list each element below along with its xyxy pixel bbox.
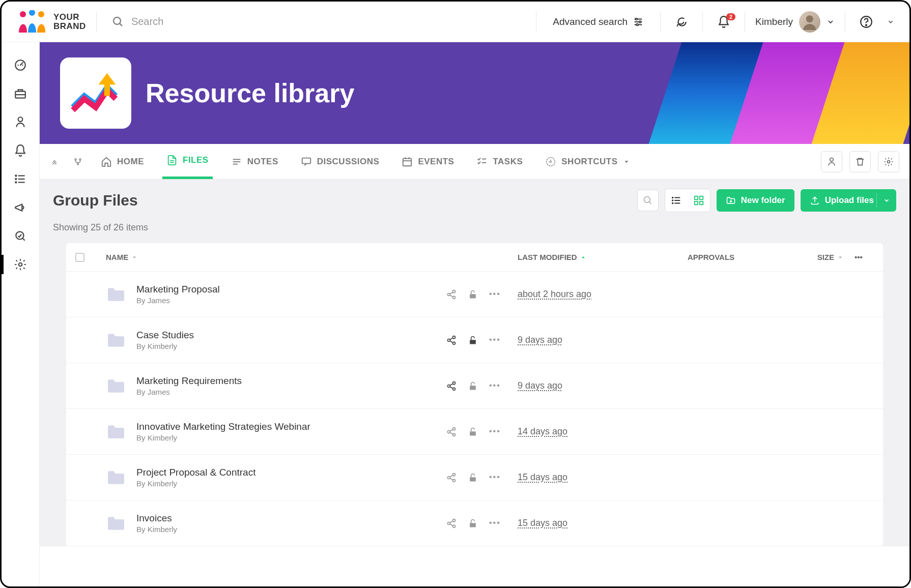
svg-line-94 bbox=[450, 478, 453, 480]
bell-icon[interactable] bbox=[13, 143, 28, 158]
page-title: Resource library bbox=[146, 78, 354, 108]
svg-point-0 bbox=[20, 11, 26, 17]
settings-icon[interactable] bbox=[13, 257, 28, 272]
brand-logo[interactable]: YOUR BRAND bbox=[17, 10, 86, 34]
lock-icon[interactable] bbox=[468, 381, 478, 391]
svg-point-79 bbox=[448, 385, 450, 387]
lock-icon[interactable] bbox=[468, 335, 478, 345]
select-all-checkbox[interactable] bbox=[75, 253, 84, 262]
table-row[interactable]: Marketing Requirements By James ••• 9 da… bbox=[66, 363, 883, 409]
tab-events[interactable]: EVENTS bbox=[397, 144, 458, 179]
tab-home[interactable]: HOME bbox=[97, 144, 148, 179]
library-logo-icon bbox=[60, 57, 131, 129]
col-more[interactable]: ••• bbox=[843, 253, 874, 261]
search-icon bbox=[112, 16, 124, 28]
share-icon[interactable] bbox=[446, 289, 457, 300]
col-last-modified[interactable]: LAST MODIFIED bbox=[518, 253, 660, 261]
members-button[interactable] bbox=[821, 151, 842, 172]
upload-files-button[interactable]: Upload files bbox=[801, 189, 896, 212]
table-row[interactable]: Case Studies By Kimberly ••• 9 days ago bbox=[66, 317, 883, 363]
more-icon[interactable]: ••• bbox=[489, 335, 501, 345]
brand-mark-icon bbox=[17, 10, 47, 34]
more-icon[interactable]: ••• bbox=[489, 427, 501, 437]
col-approvals[interactable]: APPROVALS bbox=[660, 253, 762, 261]
file-author: By Kimberly bbox=[136, 433, 310, 442]
svg-point-66 bbox=[453, 290, 456, 292]
new-folder-button[interactable]: New folder bbox=[717, 189, 794, 212]
col-name[interactable]: NAME bbox=[106, 253, 446, 261]
file-search-button[interactable] bbox=[637, 190, 659, 211]
folder-icon bbox=[106, 515, 126, 532]
trash-button[interactable] bbox=[849, 151, 871, 172]
settings-button[interactable] bbox=[878, 151, 899, 172]
help-icon[interactable] bbox=[856, 15, 877, 28]
file-author: By Kimberly bbox=[136, 525, 177, 534]
table-row[interactable]: Innovative Marketing Strategies Webinar … bbox=[66, 409, 883, 455]
file-name: Invoices bbox=[136, 513, 177, 524]
table-row[interactable]: Marketing Proposal By James ••• about 2 … bbox=[66, 272, 883, 317]
branch-icon[interactable] bbox=[73, 157, 82, 166]
person-icon[interactable] bbox=[13, 114, 28, 130]
file-author: By Kimberly bbox=[136, 342, 194, 350]
more-icon[interactable]: ••• bbox=[489, 289, 501, 300]
more-icon[interactable]: ••• bbox=[489, 381, 501, 391]
lock-icon[interactable] bbox=[468, 518, 478, 528]
svg-point-80 bbox=[453, 388, 456, 390]
svg-point-78 bbox=[453, 381, 456, 384]
sidebar bbox=[2, 42, 40, 586]
user-menu[interactable]: Kimberly bbox=[755, 11, 835, 33]
tab-shortcuts[interactable]: SHORTCUTS bbox=[541, 144, 634, 179]
file-name: Project Proposal & Contract bbox=[136, 467, 255, 478]
tab-files[interactable]: FILES bbox=[162, 144, 213, 179]
more-icon[interactable]: ••• bbox=[489, 518, 501, 528]
svg-point-6 bbox=[636, 18, 638, 20]
grid-view-button[interactable] bbox=[688, 189, 710, 212]
tab-discussions[interactable]: DISCUSSIONS bbox=[297, 144, 384, 179]
dashboard-icon[interactable] bbox=[13, 57, 28, 73]
file-author: By James bbox=[136, 296, 220, 305]
svg-point-98 bbox=[453, 525, 456, 527]
svg-line-4 bbox=[120, 23, 122, 26]
chevron-down-icon bbox=[887, 18, 894, 25]
briefcase-icon[interactable] bbox=[13, 86, 28, 101]
more-icon[interactable]: ••• bbox=[489, 473, 501, 483]
svg-line-87 bbox=[450, 429, 453, 431]
collapse-up-icon[interactable] bbox=[50, 157, 59, 166]
share-icon[interactable] bbox=[446, 518, 457, 528]
avatar bbox=[799, 11, 820, 33]
lock-icon[interactable] bbox=[468, 427, 478, 437]
lock-icon[interactable] bbox=[468, 473, 478, 483]
svg-point-1 bbox=[29, 10, 35, 16]
file-name: Marketing Proposal bbox=[136, 284, 220, 295]
svg-point-53 bbox=[672, 197, 673, 198]
list-view-button[interactable] bbox=[665, 189, 688, 212]
share-icon[interactable] bbox=[446, 381, 457, 391]
megaphone-icon[interactable] bbox=[13, 200, 28, 215]
share-icon[interactable] bbox=[446, 427, 457, 437]
tab-tasks[interactable]: TASKS bbox=[472, 144, 527, 179]
advanced-search-button[interactable]: Advanced search bbox=[547, 16, 650, 27]
list-icon[interactable] bbox=[13, 171, 28, 187]
table-row[interactable]: Project Proposal & Contract By Kimberly … bbox=[66, 455, 883, 501]
svg-point-46 bbox=[830, 158, 834, 161]
file-name: Marketing Requirements bbox=[136, 375, 242, 387]
notification-badge: 2 bbox=[726, 13, 735, 20]
search-input[interactable] bbox=[131, 16, 521, 27]
share-icon[interactable] bbox=[446, 335, 457, 345]
svg-point-23 bbox=[15, 182, 16, 183]
chat-icon[interactable] bbox=[671, 15, 692, 28]
table-row[interactable]: Invoices By Kimberly ••• 15 days ago bbox=[66, 501, 883, 546]
svg-rect-71 bbox=[470, 294, 476, 298]
analytics-icon[interactable] bbox=[13, 228, 28, 244]
notifications-icon[interactable]: 2 bbox=[713, 15, 734, 28]
svg-marker-64 bbox=[582, 256, 585, 258]
share-icon[interactable] bbox=[446, 473, 457, 483]
banner-decoration bbox=[665, 42, 909, 144]
folder-icon bbox=[106, 469, 126, 486]
lock-icon[interactable] bbox=[468, 289, 478, 300]
tab-notes[interactable]: NOTES bbox=[227, 144, 282, 179]
col-size[interactable]: SIZE bbox=[762, 253, 843, 261]
file-author: By James bbox=[136, 388, 242, 396]
result-count: Showing 25 of 26 items bbox=[53, 222, 896, 233]
svg-rect-101 bbox=[470, 523, 476, 527]
